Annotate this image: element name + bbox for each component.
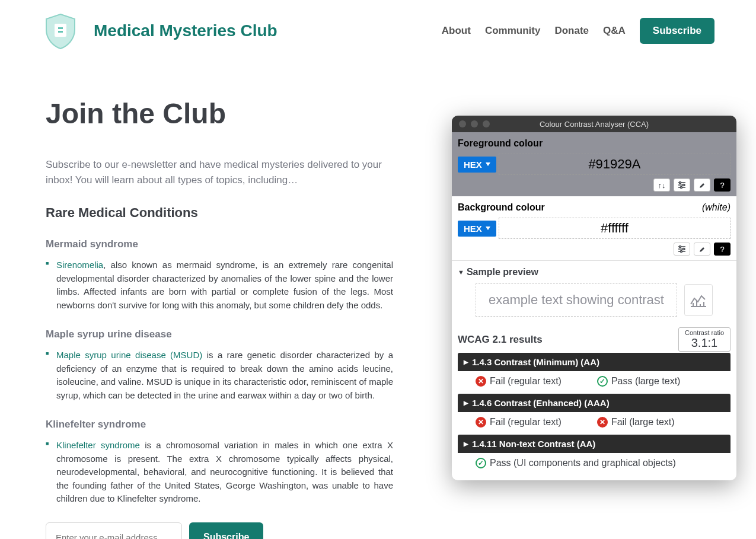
result-text: Fail (large text): [611, 417, 675, 428]
svg-point-12: [683, 184, 685, 186]
help-button[interactable]: ?: [714, 243, 731, 256]
condition-link[interactable]: Klinefelter syndrome: [56, 440, 140, 450]
results-header: WCAG 2.1 results Contrast ratio 3.1:1: [452, 323, 736, 353]
sliders-button[interactable]: [674, 178, 690, 192]
result-item: ✕Fail (regular text): [476, 417, 562, 428]
condition-mermaid: Mermaid syndrome Sirenomelia, also known…: [46, 238, 393, 312]
result-text: Pass (large text): [611, 376, 680, 387]
condition-body: Sirenomelia, also known as mermaid syndr…: [56, 259, 393, 312]
site-header: Medical Mysteries Club About Community D…: [0, 0, 756, 62]
nav-about[interactable]: About: [442, 25, 471, 37]
nav-community[interactable]: Community: [485, 25, 541, 37]
result-text: Fail (regular text): [490, 376, 562, 387]
fg-color-input[interactable]: [499, 154, 731, 175]
email-field[interactable]: [46, 522, 182, 540]
result-text: Pass (UI components and graphical object…: [490, 458, 676, 468]
cca-window: Colour Contrast Analyser (CCA) Foregroun…: [452, 116, 736, 480]
result-item: ✕Fail (large text): [597, 417, 675, 428]
criterion-header[interactable]: 1.4.3 Contrast (Minimum) (AA): [458, 353, 731, 371]
section-heading: Rare Medical Conditions: [46, 205, 393, 221]
condition-msud: Maple syrup urine disease Maple syrup ur…: [46, 328, 393, 402]
pass-icon: ✓: [476, 458, 486, 468]
intro-text: Subscribe to our e-newsletter and have m…: [46, 157, 393, 187]
sample-preview: Sample preview example text showing cont…: [452, 260, 736, 323]
main-nav: About Community Donate Q&A Subscribe: [442, 18, 714, 44]
svg-rect-1: [58, 27, 63, 29]
fg-format-select[interactable]: HEX: [458, 157, 496, 173]
subscribe-form: Subscribe: [46, 522, 393, 540]
swap-button[interactable]: ↑↓: [653, 178, 670, 192]
preview-header[interactable]: Sample preview: [458, 267, 731, 278]
svg-rect-0: [55, 24, 66, 37]
criterion-aa-min: 1.4.3 Contrast (Minimum) (AA) ✕Fail (reg…: [458, 353, 731, 391]
brand: Medical Mysteries Club: [42, 12, 277, 50]
condition-title: Maple syrup urine disease: [46, 328, 393, 340]
criterion-nontext: 1.4.11 Non-text Contrast (AA) ✓Pass (UI …: [458, 435, 731, 473]
logo-icon: [42, 12, 79, 50]
result-item: ✓Pass (UI components and graphical objec…: [476, 458, 676, 468]
cca-window-title: Colour Contrast Analyser (CCA): [452, 120, 736, 129]
brand-title: Medical Mysteries Club: [94, 21, 277, 40]
svg-point-16: [680, 246, 681, 248]
ratio-label: Contrast ratio: [685, 329, 724, 336]
bg-note: (white): [702, 202, 731, 213]
pass-icon: ✓: [597, 376, 608, 387]
condition-body: Klinefelter syndrome is a chromosomal va…: [56, 439, 393, 506]
eyedropper-button[interactable]: [694, 178, 710, 192]
foreground-section: Foreground colour HEX ↑↓ ?: [452, 132, 736, 196]
condition-text: , also known as mermaid syndrome, is an …: [56, 260, 393, 310]
chart-icon[interactable]: [684, 284, 713, 316]
cca-titlebar[interactable]: Colour Contrast Analyser (CCA): [452, 116, 736, 132]
ratio-value: 3.1:1: [685, 336, 724, 350]
bg-label-text: Background colour: [458, 202, 545, 213]
criterion-header[interactable]: 1.4.11 Non-text Contrast (AA): [458, 435, 731, 453]
criterion-header[interactable]: 1.4.6 Contrast (Enhanced) (AAA): [458, 394, 731, 412]
fail-icon: ✕: [476, 417, 486, 428]
condition-title: Klinefelter syndrome: [46, 419, 393, 430]
svg-rect-2: [58, 31, 63, 33]
condition-klinefelter: Klinefelter syndrome Klinefelter syndrom…: [46, 419, 393, 506]
bg-color-input[interactable]: [499, 218, 731, 239]
eyedropper-button[interactable]: [694, 243, 710, 256]
svg-point-10: [680, 182, 681, 184]
contrast-ratio-box: Contrast ratio 3.1:1: [678, 327, 731, 352]
subscribe-button[interactable]: Subscribe: [189, 522, 263, 540]
nav-donate[interactable]: Donate: [554, 25, 589, 37]
nav-subscribe-button[interactable]: Subscribe: [640, 18, 714, 44]
fail-icon: ✕: [597, 417, 608, 428]
sliders-button[interactable]: [674, 243, 690, 256]
svg-point-18: [683, 248, 685, 250]
bg-format-select[interactable]: HEX: [458, 221, 496, 237]
help-button[interactable]: ?: [714, 178, 731, 192]
criterion-aaa: 1.4.6 Contrast (Enhanced) (AAA) ✕Fail (r…: [458, 394, 731, 432]
main-content: Join the Club Subscribe to our e-newslet…: [0, 62, 439, 539]
result-item: ✓Pass (large text): [597, 376, 680, 387]
result-text: Fail (regular text): [490, 417, 562, 428]
background-label: Background colour (white): [458, 202, 731, 213]
condition-link[interactable]: Sirenomelia: [56, 260, 103, 270]
background-section: Background colour (white) HEX ?: [452, 196, 736, 260]
fail-icon: ✕: [476, 376, 486, 387]
result-item: ✕Fail (regular text): [476, 376, 562, 387]
condition-link[interactable]: Maple syrup urine disease (MSUD): [56, 350, 202, 360]
foreground-label: Foreground colour: [458, 138, 731, 149]
nav-qa[interactable]: Q&A: [603, 25, 626, 37]
page-title: Join the Club: [46, 97, 393, 130]
condition-body: Maple syrup urine disease (MSUD) is a ra…: [56, 349, 393, 402]
preview-text: example text showing contrast: [476, 283, 677, 317]
condition-title: Mermaid syndrome: [46, 238, 393, 250]
svg-point-14: [681, 187, 682, 189]
results-title: WCAG 2.1 results: [458, 334, 543, 346]
svg-point-20: [681, 251, 682, 253]
